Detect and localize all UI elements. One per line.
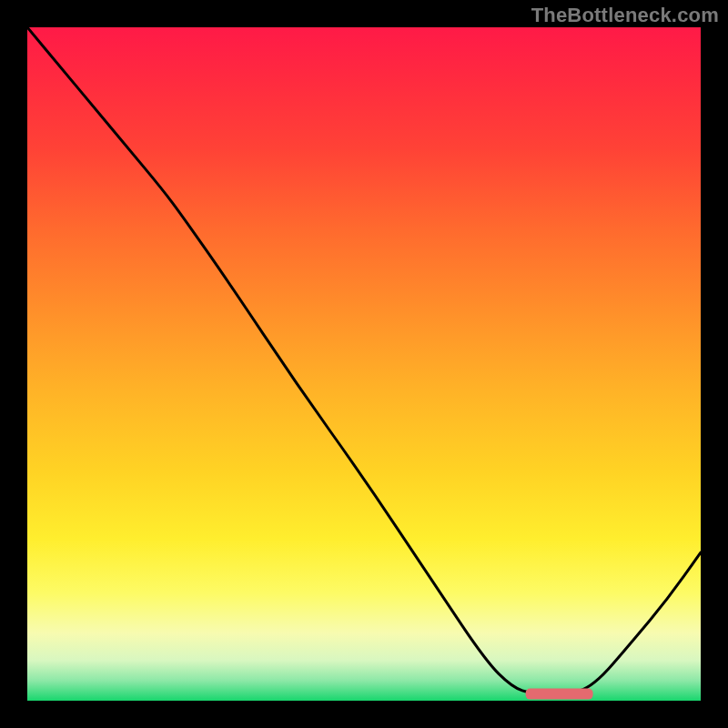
chart-overlay	[27, 27, 701, 701]
optimal-marker	[526, 689, 593, 700]
watermark-text: TheBottleneck.com	[531, 4, 719, 27]
chart-frame: TheBottleneck.com	[0, 0, 728, 728]
bottleneck-curve	[27, 27, 701, 694]
plot-area	[27, 27, 701, 701]
